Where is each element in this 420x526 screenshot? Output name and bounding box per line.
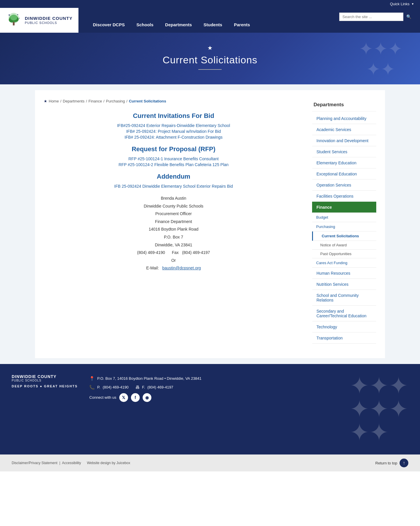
return-top-label: Return to top bbox=[375, 461, 397, 465]
hero-decoration: ✦✦✦✦✦ bbox=[359, 39, 402, 79]
contact-email[interactable]: baustin@dcpsnet.org bbox=[162, 266, 201, 270]
sidebar-item-academic[interactable]: Academic Services bbox=[312, 124, 376, 135]
section2-link-1[interactable]: RFP #25-100124-2 Flexible Benefits Plan … bbox=[44, 162, 303, 167]
contact-phone: (804) 469-4190 bbox=[137, 250, 165, 255]
section1-link-2[interactable]: IFB# 25-092424: Attachment F-Constructio… bbox=[44, 135, 303, 140]
school-logo-icon: ★ ★ ★ bbox=[6, 12, 22, 28]
sidebar-item-innovation[interactable]: Innovation and Development bbox=[312, 135, 376, 146]
svg-point-4 bbox=[10, 15, 17, 20]
footer-contact: 📍 P.O. Box 7, 14016 Boydton Plank Road •… bbox=[89, 374, 338, 402]
hero-section: ★ Current Solicitations ✦✦✦✦✦ bbox=[0, 33, 420, 84]
footer-phone: (804) 469-4190 bbox=[103, 384, 129, 391]
return-top-button[interactable]: ↑ bbox=[400, 459, 408, 467]
footer-bottom: Disclaimer/Privacy Statement | Accessibi… bbox=[0, 454, 420, 471]
contact-address2: P.O. Box 7 bbox=[44, 233, 303, 241]
sidebar-item-nutrition[interactable]: Nutrition Services bbox=[312, 279, 376, 290]
sidebar-item-past-opportunities[interactable]: Past Opportunities bbox=[312, 250, 376, 258]
contact-org: Dinwiddie County Public Schools bbox=[44, 202, 303, 210]
sidebar: Departments Planning and Accountability … bbox=[312, 99, 376, 344]
footer-address: P.O. Box 7, 14016 Boydton Plank Road • D… bbox=[97, 375, 201, 382]
accessibility-link[interactable]: Accessibility bbox=[62, 461, 81, 465]
sidebar-item-operation[interactable]: Operation Services bbox=[312, 180, 376, 191]
sidebar-item-planning[interactable]: Planning and Accountability bbox=[312, 113, 376, 124]
nav-discover[interactable]: Discover DCPS bbox=[87, 18, 131, 32]
instagram-button[interactable]: ◉ bbox=[143, 393, 151, 402]
sidebar-item-student[interactable]: Student Services bbox=[312, 146, 376, 157]
section1-link-0[interactable]: IFB#25-092424 Exterior Repairs-Dinwiddie… bbox=[44, 123, 303, 128]
section1-heading: Current Invitations For Bid bbox=[44, 112, 303, 120]
sidebar-item-transportation[interactable]: Transportation bbox=[312, 332, 376, 344]
sidebar-item-cares[interactable]: Cares Act Funding bbox=[312, 258, 376, 268]
contact-city: Dinwiddie, VA 23841 bbox=[44, 241, 303, 249]
quick-links-button[interactable]: Quick Links ▼ bbox=[390, 2, 414, 6]
section3-link-0[interactable]: IFB 25-092424 Dinwiddie Elementary Schoo… bbox=[44, 184, 303, 189]
footer-decoration: ✦✦✦✦✦✦✦✦ bbox=[350, 374, 408, 444]
sidebar-item-facilities[interactable]: Facilities Operations bbox=[312, 191, 376, 202]
contact-phone-fax: (804) 469-4190 Fax (804) 469-4197 bbox=[44, 249, 303, 257]
logo-sub-text: PUBLIC SCHOOLS bbox=[25, 21, 73, 25]
phone-icon: 📞 bbox=[89, 383, 95, 392]
section2-link-0[interactable]: RFP #25-100124-1 Insurance Benefits Cons… bbox=[44, 156, 303, 161]
footer-social: Connect with us 𝕏 f ◉ bbox=[89, 393, 338, 402]
sidebar-item-secondary[interactable]: Secondary and Career/Technical Education bbox=[312, 306, 376, 321]
breadcrumb-current: Current Solicitations bbox=[129, 99, 166, 103]
top-bar: Quick Links ▼ bbox=[0, 0, 420, 8]
quick-links-label: Quick Links bbox=[390, 2, 410, 6]
disclaimer-link[interactable]: Disclaimer/Privacy Statement bbox=[12, 461, 57, 465]
site-header: ★ ★ ★ DINWIDDIE COUNTY PUBLIC SCHOOLS Di… bbox=[0, 8, 420, 33]
contact-name: Brenda Austin bbox=[44, 194, 303, 202]
footer-tagline: DEEP ROOTS ● GREAT HEIGHTS bbox=[12, 384, 78, 388]
logo-area: ★ ★ ★ DINWIDDIE COUNTY PUBLIC SCHOOLS bbox=[0, 8, 78, 33]
sidebar-item-finance[interactable]: Finance bbox=[312, 202, 376, 213]
search-icon: 🔍 bbox=[406, 14, 411, 19]
page-title: Current Solicitations bbox=[6, 54, 414, 66]
search-input[interactable] bbox=[339, 13, 403, 21]
sidebar-item-technology[interactable]: Technology bbox=[312, 321, 376, 332]
chevron-down-icon: ▼ bbox=[411, 2, 414, 6]
arrow-up-icon: ↑ bbox=[403, 460, 405, 466]
nav-departments[interactable]: Departments bbox=[159, 18, 198, 32]
facebook-button[interactable]: f bbox=[131, 393, 140, 402]
section1-links: IFB#25-092424 Exterior Repairs-Dinwiddie… bbox=[44, 123, 303, 140]
search-button[interactable]: 🔍 bbox=[403, 12, 414, 21]
section3-links: IFB 25-092424 Dinwiddie Elementary Schoo… bbox=[44, 184, 303, 189]
svg-text:★: ★ bbox=[19, 17, 20, 19]
sidebar-item-hr[interactable]: Human Resources bbox=[312, 268, 376, 279]
connect-label: Connect with us bbox=[89, 394, 116, 401]
breadcrumb-finance[interactable]: Finance bbox=[88, 99, 102, 103]
breadcrumb-departments[interactable]: Departments bbox=[63, 99, 84, 103]
contact-title: Procurement Officer bbox=[44, 210, 303, 218]
return-to-top[interactable]: Return to top ↑ bbox=[375, 459, 408, 467]
hero-star-icon: ★ bbox=[6, 44, 414, 51]
fax-icon: 🖷 bbox=[135, 383, 140, 392]
sidebar-item-elementary[interactable]: Elementary Education bbox=[312, 157, 376, 168]
twitter-button[interactable]: 𝕏 bbox=[119, 393, 128, 402]
svg-text:★: ★ bbox=[8, 14, 10, 16]
contact-fax: (804) 469-4197 bbox=[182, 250, 210, 255]
breadcrumb-home[interactable]: Home bbox=[49, 99, 59, 103]
nav-parents[interactable]: Parents bbox=[228, 18, 256, 32]
contact-address1: 14016 Boydton Plank Road bbox=[44, 225, 303, 233]
breadcrumb: ★ Home / Departments / Finance / Purchas… bbox=[44, 99, 303, 103]
sidebar-item-exceptional[interactable]: Exceptional Education bbox=[312, 168, 376, 180]
footer-main: DINWIDDIE COUNTY PUBLIC SCHOOLS DEEP ROO… bbox=[0, 364, 420, 454]
logo-text: DINWIDDIE COUNTY PUBLIC SCHOOLS bbox=[25, 16, 73, 25]
sidebar-item-school-community[interactable]: School and Community Relations bbox=[312, 290, 376, 306]
sidebar-item-purchasing[interactable]: Purchasing bbox=[312, 222, 376, 231]
sidebar-item-budget[interactable]: Budget bbox=[312, 213, 376, 222]
svg-rect-5 bbox=[13, 22, 15, 25]
nav-students[interactable]: Students bbox=[198, 18, 228, 32]
footer-fax-label: F. bbox=[142, 384, 145, 391]
content-inner: ★ Home / Departments / Finance / Purchas… bbox=[35, 90, 385, 358]
breadcrumb-purchasing[interactable]: Purchasing bbox=[106, 99, 125, 103]
section1-link-1[interactable]: IFB# 25-092424: Project Manual w/Invitat… bbox=[44, 129, 303, 134]
footer-logo-main: DINWIDDIE COUNTY bbox=[12, 374, 78, 379]
sidebar-item-current-solicitations[interactable]: Current Solicitations bbox=[312, 231, 376, 241]
design-credit-link[interactable]: Website design by Juicebox bbox=[87, 461, 130, 465]
contact-or: Or bbox=[44, 257, 303, 264]
sidebar-item-notice-award[interactable]: Notice of Award bbox=[312, 241, 376, 250]
footer-bottom-links: Disclaimer/Privacy Statement | Accessibi… bbox=[12, 461, 130, 465]
contact-email-row: E-Mail: baustin@dcpsnet.org bbox=[44, 264, 303, 272]
fax-label: Fax bbox=[172, 250, 178, 255]
nav-schools[interactable]: Schools bbox=[131, 18, 159, 32]
